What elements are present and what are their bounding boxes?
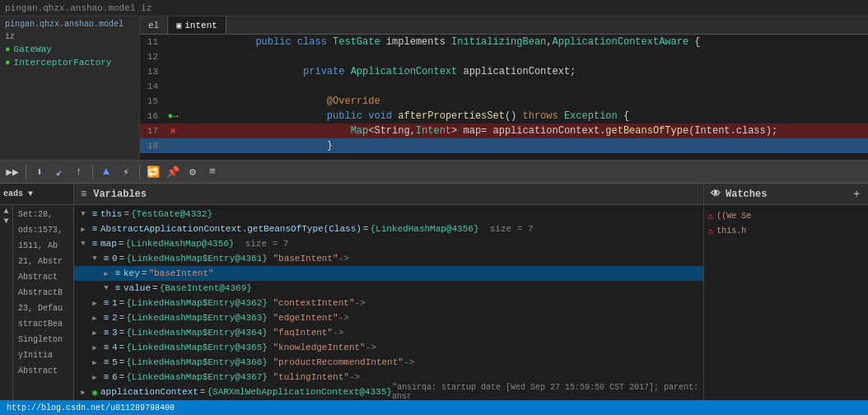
var-map-5-icon: ≡ xyxy=(100,357,112,368)
expand-value[interactable] xyxy=(100,282,112,294)
expand-map-5[interactable] xyxy=(89,357,100,368)
frame-item[interactable]: Set:28, xyxy=(15,207,72,222)
frame-item[interactable]: ods:1573, xyxy=(15,222,72,238)
frame-nav-down[interactable]: ▼ xyxy=(3,217,8,226)
breakpoint-arrow-icon: ● xyxy=(167,110,173,122)
toolbar-btn-run-to-cursor[interactable]: ▲ xyxy=(97,163,115,181)
watch-error-icon-1: ⚠ xyxy=(707,210,713,222)
toolbar-btn-reset[interactable]: 🔁 xyxy=(144,163,162,181)
expand-map-2[interactable] xyxy=(89,312,100,324)
toolbar-sep-3 xyxy=(139,165,140,180)
toolbar-btn-stepout[interactable]: ↑ xyxy=(70,163,88,181)
frame-item[interactable]: Abstract xyxy=(15,363,72,379)
var-abstract-ctx[interactable]: ≡ AbstractApplicationContext.getBeansOfT… xyxy=(74,221,703,236)
var-map[interactable]: ≡ map = {LinkedHashMap@4356} size = 7 xyxy=(74,236,703,251)
frame-item[interactable]: stractBea xyxy=(15,316,72,332)
frame-item[interactable]: 23, Defau xyxy=(15,301,72,316)
gateway-icon: ● xyxy=(5,44,11,54)
code-panel: el ▣ intent 11 public class TestGate imp… xyxy=(140,16,868,160)
toolbar-sep-2 xyxy=(92,165,93,180)
debug-arrow-icon: → xyxy=(173,110,179,122)
code-line-11: 11 public class TestGate implements Init… xyxy=(140,35,868,49)
var-map-3-icon: ≡ xyxy=(100,327,112,338)
sidebar-item-interceptor[interactable]: ● InterceptorFactory xyxy=(0,56,139,69)
var-app-ctx[interactable]: ◉ applicationContext = {SARXmlWebApplica… xyxy=(74,385,703,399)
breadcrumb-sub: iz xyxy=(141,3,152,13)
var-map-3[interactable]: ≡ 3 = {LinkedHashMap$Entry@4364} "faqInt… xyxy=(74,325,703,340)
var-map-icon: ≡ xyxy=(89,238,100,249)
expand-map-0[interactable] xyxy=(89,253,100,264)
code-line-13: 13 private ApplicationContext applicatio… xyxy=(140,64,868,79)
debug-panel: eads ▼ ▲ ▼ Set:28, ods:1573, 1511, Ab 21… xyxy=(0,184,868,400)
var-map-4-icon: ≡ xyxy=(100,342,112,353)
variables-icon: ≡ xyxy=(81,189,86,200)
expand-map-4[interactable] xyxy=(89,342,100,353)
tab-el[interactable]: el xyxy=(140,16,168,34)
watch-item-2[interactable]: ⚠ this.h xyxy=(707,223,865,238)
expand-key[interactable] xyxy=(100,268,112,279)
var-map-5[interactable]: ≡ 5 = {LinkedHashMap$Entry@4366} "produc… xyxy=(74,355,703,370)
variables-list: ≡ this = {TestGate@4332} ≡ AbstractAppli… xyxy=(74,205,703,400)
code-editor-area: pingan.qhzx.anshao.model iz ● GateWay ● … xyxy=(0,16,868,161)
var-map-0[interactable]: ≡ 0 = {LinkedHashMap$Entry@4361} "baseIn… xyxy=(74,251,703,266)
sidebar-sub: iz xyxy=(0,30,139,43)
var-key-icon: ≡ xyxy=(112,268,124,279)
breadcrumb-package: pingan.qhzx.anshao.model xyxy=(5,3,135,13)
expand-map-3[interactable] xyxy=(89,327,100,338)
watch-text-1: ((We Se xyxy=(716,212,751,221)
sidebar: pingan.qhzx.anshao.model iz ● GateWay ● … xyxy=(0,16,140,160)
code-lines: 11 public class TestGate implements Init… xyxy=(140,35,868,160)
var-map-2[interactable]: ≡ 2 = {LinkedHashMap$Entry@4363} "edgeIn… xyxy=(74,310,703,325)
toolbar-btn-stepover[interactable]: ⬇ xyxy=(30,163,49,181)
toolbar-btn-stepinto[interactable]: ↙ xyxy=(50,163,68,181)
frame-item[interactable]: AbstractB xyxy=(15,285,72,301)
toolbar-btn-more[interactable]: ≡ xyxy=(203,163,222,181)
toolbar-sep-1 xyxy=(26,165,26,180)
variables-panel: ≡ Variables ≡ this = {TestGate@4332} ≡ A… xyxy=(74,184,703,400)
expand-abstract-ctx[interactable] xyxy=(77,223,89,235)
var-map-2-icon: ≡ xyxy=(100,312,112,324)
var-value[interactable]: ≡ value = {BaseIntent@4369} xyxy=(74,281,703,296)
frame-item[interactable]: Singleton xyxy=(15,332,72,347)
toolbar-btn-pin[interactable]: 📌 xyxy=(164,163,182,181)
var-map-4[interactable]: ≡ 4 = {LinkedHashMap$Entry@4365} "knowle… xyxy=(74,340,703,355)
tab-bar: el ▣ intent xyxy=(140,16,868,35)
toolbar-btn-resume[interactable]: ▶▶ xyxy=(3,163,21,181)
tab-el-label: el xyxy=(148,21,159,30)
breadcrumb: pingan.qhzx.anshao.model iz xyxy=(0,0,868,16)
frame-item[interactable]: yInitia xyxy=(15,347,72,363)
variables-header: ≡ Variables xyxy=(74,184,703,205)
var-this[interactable]: ≡ this = {TestGate@4332} xyxy=(74,207,703,221)
frames-arrows: eads ▼ xyxy=(3,189,33,198)
frame-nav-up[interactable]: ▲ xyxy=(3,207,8,216)
watches-header: 👁 Watches ＋ xyxy=(704,184,868,205)
watches-icon: 👁 xyxy=(711,188,721,200)
var-map-1[interactable]: ≡ 1 = {LinkedHashMap$Entry@4362} "contex… xyxy=(74,296,703,310)
watch-text-2: this.h xyxy=(716,226,746,235)
expand-map-6[interactable] xyxy=(89,371,100,383)
toolbar-btn-settings[interactable]: ⚙ xyxy=(184,163,202,181)
variables-title: Variables xyxy=(93,189,147,200)
frames-panel: eads ▼ ▲ ▼ Set:28, ods:1573, 1511, Ab 21… xyxy=(0,184,74,400)
toolbar-btn-eval[interactable]: ⚡ xyxy=(117,163,135,181)
watches-list: ⚠ ((We Se ⚠ this.h xyxy=(704,205,868,400)
sidebar-item-interceptor-label: InterceptorFactory xyxy=(14,58,112,68)
watch-item-1[interactable]: ⚠ ((We Se xyxy=(707,208,865,223)
expand-app-ctx[interactable] xyxy=(77,386,89,398)
var-map-0-icon: ≡ xyxy=(100,253,112,264)
watches-add-icon[interactable]: ＋ xyxy=(852,187,861,201)
frame-item[interactable]: 1511, Ab xyxy=(15,238,72,254)
expand-map[interactable] xyxy=(77,238,89,249)
debug-toolbar: ▶▶ ⬇ ↙ ↑ ▲ ⚡ 🔁 📌 ⚙ ≡ xyxy=(0,161,868,184)
expand-this[interactable] xyxy=(77,208,89,220)
var-map-6-icon: ≡ xyxy=(100,371,112,383)
var-key[interactable]: ≡ key = "baseIntent" xyxy=(74,266,703,281)
expand-map-1[interactable] xyxy=(89,297,100,309)
frame-item[interactable]: 21, Abstr xyxy=(15,254,72,269)
var-app-ctx-icon: ◉ xyxy=(89,386,100,398)
frames-list: Set:28, ods:1573, 1511, Ab 21, Abstr Abs… xyxy=(13,205,73,400)
frame-item[interactable]: Abstract xyxy=(15,269,72,285)
watches-title: Watches xyxy=(726,189,767,200)
tab-intent[interactable]: ▣ intent xyxy=(168,16,226,34)
sidebar-item-gateway[interactable]: ● GateWay xyxy=(0,43,139,56)
